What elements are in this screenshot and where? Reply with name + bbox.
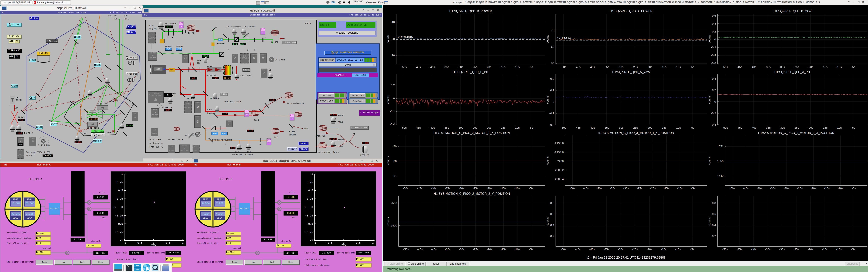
svg-text:-10s: -10s bbox=[515, 186, 520, 190]
svg-text:Y2=63.892: Y2=63.892 bbox=[557, 36, 571, 39]
svg-text:H1:SYS-MOTION_C_PICO_J_MOTOR_1: H1:SYS-MOTION_C_PICO_J_MOTOR_1_X_POSITIO… bbox=[434, 131, 509, 135]
svg-text:-35s: -35s bbox=[603, 126, 609, 129]
svg-text:-50s: -50s bbox=[401, 65, 407, 69]
svg-text:0: 0 bbox=[393, 97, 395, 100]
svg-text:-25s: -25s bbox=[797, 186, 803, 190]
svg-text:-50s: -50s bbox=[722, 65, 728, 69]
svg-text:-5s: -5s bbox=[851, 248, 855, 251]
svg-text:-1: -1 bbox=[123, 241, 126, 244]
svg-text:1551: 1551 bbox=[717, 145, 723, 148]
svg-text:2f: 2f bbox=[158, 105, 161, 107]
svg-text:-20s: -20s bbox=[808, 65, 813, 69]
svg-text:-15s: -15s bbox=[500, 65, 505, 69]
svg-text:0.6: 0.6 bbox=[550, 212, 554, 215]
svg-text:-15s: -15s bbox=[501, 248, 506, 251]
svg-text:0.8: 0.8 bbox=[550, 201, 554, 205]
svg-text:-40s: -40s bbox=[751, 126, 756, 129]
svg-text:0.5: 0.5 bbox=[166, 241, 170, 244]
svg-text:-10s: -10s bbox=[836, 65, 842, 69]
svg-text:0: 0 bbox=[121, 206, 123, 209]
svg-text:-0.2: -0.2 bbox=[390, 110, 395, 113]
svg-text:-2199.6: -2199.6 bbox=[554, 141, 564, 145]
svg-text:70: 70 bbox=[551, 28, 554, 32]
svg-text:-40s: -40s bbox=[589, 65, 595, 69]
svg-text:-81: -81 bbox=[393, 174, 397, 177]
svg-text:H1:SYS-MOTION_C_PICO_J_MOTOR_2: H1:SYS-MOTION_C_PICO_J_MOTOR_2_X_POSITIO… bbox=[758, 131, 834, 135]
svg-text:-50s: -50s bbox=[722, 248, 728, 251]
svg-text:-40s: -40s bbox=[431, 248, 437, 251]
svg-text:-5s: -5s bbox=[690, 126, 694, 129]
svg-text:-1: -1 bbox=[120, 239, 123, 242]
svg-text:-1: -1 bbox=[313, 241, 316, 244]
svg-text:0.4: 0.4 bbox=[712, 77, 716, 80]
svg-text:50: 50 bbox=[551, 62, 554, 65]
svg-text:-25s: -25s bbox=[632, 126, 638, 129]
svg-text:-0.4: -0.4 bbox=[711, 123, 716, 126]
svg-text:-40s: -40s bbox=[431, 186, 436, 190]
svg-text:-45s: -45s bbox=[415, 126, 421, 129]
svg-text:-50s: -50s bbox=[561, 248, 566, 251]
svg-text:-20s: -20s bbox=[808, 248, 813, 251]
svg-text:-2199.8: -2199.8 bbox=[554, 150, 564, 154]
svg-text:-35s: -35s bbox=[765, 126, 771, 129]
svg-text:-0.6: -0.6 bbox=[711, 62, 716, 65]
svg-text:-10s: -10s bbox=[675, 248, 681, 251]
svg-text:-35s: -35s bbox=[770, 186, 776, 190]
svg-text:H1:SQZ-RLF_QPD_B_POWER: H1:SQZ-RLF_QPD_B_POWER bbox=[450, 10, 492, 13]
svg-text:-35s: -35s bbox=[443, 126, 449, 129]
svg-text:t0 = Fri Jan 23 2026 20:27:41: t0 = Fri Jan 23 2026 20:27:41 UTC [14532… bbox=[587, 256, 665, 259]
svg-text:-45s: -45s bbox=[575, 65, 581, 69]
svg-text:H1:SQZ-RLF_QPD_A_POWER: H1:SQZ-RLF_QPD_A_POWER bbox=[610, 10, 653, 13]
svg-text:0.75: 0.75 bbox=[117, 181, 123, 184]
svg-text:-79: -79 bbox=[393, 145, 397, 148]
svg-text:-5s: -5s bbox=[529, 65, 533, 69]
svg-text:-30s: -30s bbox=[784, 186, 789, 190]
svg-text:-1: -1 bbox=[310, 239, 313, 242]
svg-text:0.6: 0.6 bbox=[712, 212, 716, 215]
svg-text:-5s: -5s bbox=[529, 186, 533, 190]
svg-text:-0.4: -0.4 bbox=[711, 54, 716, 57]
svg-text:-25s: -25s bbox=[637, 186, 642, 190]
svg-text:-25s: -25s bbox=[632, 65, 638, 69]
svg-text:-40s: -40s bbox=[589, 126, 595, 129]
svg-text:1: 1 bbox=[182, 241, 184, 244]
svg-text:2400: 2400 bbox=[391, 224, 397, 227]
svg-text:-15s: -15s bbox=[500, 186, 506, 190]
svg-text:-25s: -25s bbox=[472, 126, 477, 129]
svg-text:YAW: YAW bbox=[341, 244, 346, 247]
svg-text:-20s: -20s bbox=[486, 126, 491, 129]
svg-text:-40s: -40s bbox=[751, 248, 756, 251]
svg-text:-50s: -50s bbox=[730, 186, 735, 190]
svg-text:-30s: -30s bbox=[779, 248, 785, 251]
svg-text:-40s: -40s bbox=[751, 65, 756, 69]
svg-text:-40s: -40s bbox=[589, 248, 595, 251]
svg-text:0.2: 0.2 bbox=[550, 234, 554, 238]
svg-text:-0.25: -0.25 bbox=[305, 214, 313, 217]
svg-text:0.6: 0.6 bbox=[712, 14, 716, 17]
svg-text:-0.2: -0.2 bbox=[711, 46, 716, 49]
svg-text:-5s: -5s bbox=[690, 65, 694, 69]
svg-text:-10s: -10s bbox=[675, 126, 681, 129]
svg-text:-20s: -20s bbox=[650, 186, 656, 190]
svg-text:H1:SQZ-RLF_QPD_B_YAW: H1:SQZ-RLF_QPD_B_YAW bbox=[773, 10, 811, 13]
svg-text:-5s: -5s bbox=[529, 126, 533, 129]
svg-text:counts: counts bbox=[386, 156, 390, 165]
svg-text:-50s: -50s bbox=[403, 248, 409, 251]
svg-text:-45s: -45s bbox=[575, 248, 581, 251]
svg-text:PIT: PIT bbox=[114, 205, 117, 210]
svg-text:-5s: -5s bbox=[691, 186, 695, 190]
svg-text:-35s: -35s bbox=[445, 186, 450, 190]
svg-text:0.25: 0.25 bbox=[307, 197, 313, 200]
svg-text:-5s: -5s bbox=[852, 186, 856, 190]
svg-text:-5s: -5s bbox=[851, 126, 855, 129]
svg-text:-10s: -10s bbox=[675, 65, 681, 69]
svg-text:1: 1 bbox=[372, 241, 374, 244]
svg-text:0.2: 0.2 bbox=[712, 30, 716, 33]
svg-text:-0.75: -0.75 bbox=[115, 231, 123, 234]
svg-text:-5s: -5s bbox=[690, 248, 694, 251]
svg-text:-20s: -20s bbox=[647, 248, 652, 251]
svg-text:-20s: -20s bbox=[647, 65, 652, 69]
svg-text:-30s: -30s bbox=[779, 65, 785, 69]
svg-text:-50s: -50s bbox=[570, 186, 575, 190]
svg-text:-30s: -30s bbox=[459, 248, 464, 251]
